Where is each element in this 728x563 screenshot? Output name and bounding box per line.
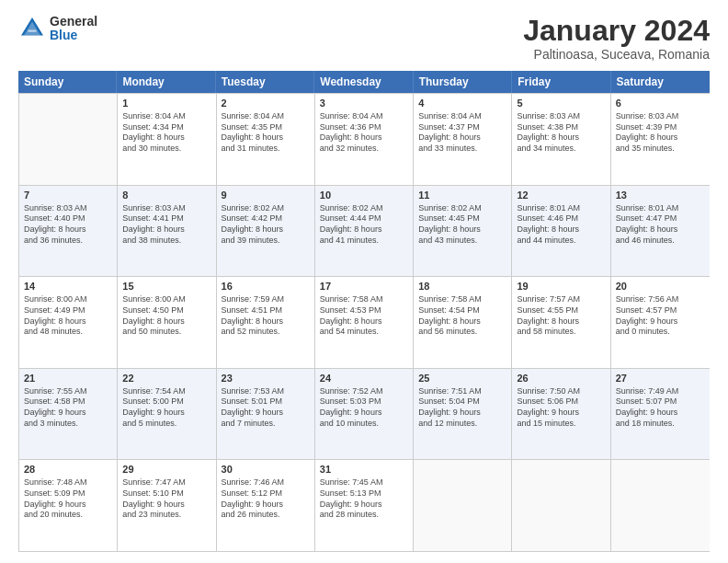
calendar-row-1: 7Sunrise: 8:03 AMSunset: 4:40 PMDaylight… (19, 185, 710, 277)
calendar-row-0: 1Sunrise: 8:04 AMSunset: 4:34 PMDaylight… (19, 93, 710, 185)
cell-info-line: Daylight: 8 hours (616, 132, 705, 144)
weekday-header-saturday: Saturday (611, 71, 710, 93)
cell-info-line: and 46 minutes. (616, 236, 705, 247)
cell-info-line: and 23 minutes. (122, 510, 210, 521)
cal-cell-1-5: 12Sunrise: 8:01 AMSunset: 4:46 PMDayligh… (512, 186, 610, 277)
cell-info-line: Sunrise: 7:57 AM (517, 294, 605, 305)
cell-info-line: Sunrise: 7:46 AM (222, 477, 310, 488)
day-number: 11 (418, 189, 506, 202)
day-number: 26 (517, 372, 605, 385)
cell-info-line: and 15 minutes. (517, 419, 605, 430)
cell-info-line: Sunrise: 8:02 AM (418, 203, 506, 214)
cal-cell-1-6: 13Sunrise: 8:01 AMSunset: 4:47 PMDayligh… (611, 186, 710, 277)
cell-info-line: Sunrise: 8:02 AM (320, 203, 408, 214)
cell-info-line: Sunset: 5:12 PM (222, 488, 310, 500)
cell-info-line: and 30 minutes. (122, 144, 210, 155)
cal-cell-4-1: 29Sunrise: 7:47 AMSunset: 5:10 PMDayligh… (118, 460, 216, 551)
cal-cell-4-0: 28Sunrise: 7:48 AMSunset: 5:09 PMDayligh… (19, 460, 118, 551)
cell-info-line: Daylight: 9 hours (517, 408, 605, 419)
cell-info-line: Sunset: 4:40 PM (24, 213, 112, 224)
cell-info-line: and 56 minutes. (418, 327, 506, 338)
weekday-header-thursday: Thursday (414, 71, 512, 93)
cell-info-line: Sunset: 4:57 PM (616, 305, 705, 316)
day-number: 31 (320, 463, 408, 477)
cal-cell-1-4: 11Sunrise: 8:02 AMSunset: 4:45 PMDayligh… (414, 186, 512, 277)
cal-cell-0-1: 1Sunrise: 8:04 AMSunset: 4:34 PMDaylight… (118, 94, 216, 185)
cell-info-line: Daylight: 8 hours (517, 224, 605, 236)
cell-info-line: Sunset: 5:06 PM (517, 396, 605, 408)
cell-info-line: and 38 minutes. (122, 236, 210, 247)
cell-info-line: Sunset: 4:35 PM (222, 122, 310, 133)
day-number: 20 (616, 280, 705, 293)
cell-info-line: Sunrise: 8:01 AM (616, 203, 705, 214)
calendar-row-3: 21Sunrise: 7:55 AMSunset: 4:58 PMDayligh… (19, 368, 710, 460)
logo-blue-text: Blue (50, 29, 97, 42)
cal-cell-3-1: 22Sunrise: 7:54 AMSunset: 5:00 PMDayligh… (118, 369, 216, 460)
logo-text: General Blue (50, 15, 97, 43)
cell-info-line: Daylight: 9 hours (122, 408, 210, 419)
cell-info-line: and 39 minutes. (222, 236, 310, 247)
cell-info-line: Daylight: 9 hours (616, 408, 705, 419)
cell-info-line: Sunrise: 8:04 AM (418, 111, 506, 122)
cell-info-line: Sunset: 5:01 PM (222, 396, 310, 408)
cell-info-line: Daylight: 8 hours (320, 132, 408, 144)
cell-info-line: Daylight: 8 hours (122, 316, 210, 327)
day-number: 21 (24, 372, 112, 385)
cell-info-line: Daylight: 8 hours (24, 224, 112, 236)
cell-info-line: and 50 minutes. (122, 327, 210, 338)
cell-info-line: Daylight: 9 hours (122, 500, 210, 511)
day-number: 4 (418, 97, 506, 110)
cell-info-line: Daylight: 9 hours (418, 408, 506, 419)
day-number: 2 (222, 97, 310, 110)
cal-cell-1-1: 8Sunrise: 8:03 AMSunset: 4:41 PMDaylight… (118, 186, 216, 277)
cell-info-line: Daylight: 9 hours (24, 500, 112, 511)
cell-info-line: and 10 minutes. (320, 419, 408, 430)
cell-info-line: Daylight: 8 hours (122, 224, 210, 236)
day-number: 27 (616, 372, 705, 385)
cell-info-line: and 12 minutes. (418, 419, 506, 430)
cell-info-line: and 41 minutes. (320, 236, 408, 247)
cal-cell-1-0: 7Sunrise: 8:03 AMSunset: 4:40 PMDaylight… (19, 186, 118, 277)
cell-info-line: Sunset: 4:58 PM (24, 396, 112, 408)
cell-info-line: and 58 minutes. (517, 327, 605, 338)
cell-info-line: and 33 minutes. (418, 144, 506, 155)
cell-info-line: Sunset: 4:49 PM (24, 305, 112, 316)
cell-info-line: and 35 minutes. (616, 144, 705, 155)
cal-cell-2-6: 20Sunrise: 7:56 AMSunset: 4:57 PMDayligh… (611, 277, 710, 368)
cal-cell-4-6 (611, 460, 710, 551)
cell-info-line: and 5 minutes. (122, 419, 210, 430)
day-number: 16 (222, 280, 310, 293)
cell-info-line: Daylight: 8 hours (320, 224, 408, 236)
cell-info-line: Daylight: 8 hours (320, 316, 408, 327)
cal-cell-0-5: 5Sunrise: 8:03 AMSunset: 4:38 PMDaylight… (512, 94, 610, 185)
cell-info-line: Sunset: 5:13 PM (320, 488, 408, 500)
cell-info-line: Sunset: 4:50 PM (122, 305, 210, 316)
cal-cell-3-4: 25Sunrise: 7:51 AMSunset: 5:04 PMDayligh… (414, 369, 512, 460)
cell-info-line: Sunset: 4:55 PM (517, 305, 605, 316)
cell-info-line: and 0 minutes. (616, 327, 705, 338)
svg-rect-2 (28, 30, 37, 32)
cell-info-line: Sunrise: 8:00 AM (24, 294, 112, 305)
cell-info-line: Daylight: 8 hours (24, 316, 112, 327)
cell-info-line: and 7 minutes. (222, 419, 310, 430)
day-number: 13 (616, 189, 705, 202)
cell-info-line: Daylight: 8 hours (517, 132, 605, 144)
weekday-header-wednesday: Wednesday (314, 71, 413, 93)
cell-info-line: Sunset: 5:09 PM (24, 488, 112, 500)
cal-cell-3-0: 21Sunrise: 7:55 AMSunset: 4:58 PMDayligh… (19, 369, 118, 460)
cal-cell-4-2: 30Sunrise: 7:46 AMSunset: 5:12 PMDayligh… (217, 460, 315, 551)
cell-info-line: and 54 minutes. (320, 327, 408, 338)
cell-info-line: Sunrise: 7:56 AM (616, 294, 705, 305)
cal-cell-3-3: 24Sunrise: 7:52 AMSunset: 5:03 PMDayligh… (315, 369, 414, 460)
weekday-header-sunday: Sunday (18, 71, 117, 93)
title-block: January 2024 Paltinoasa, Suceava, Romani… (523, 15, 710, 62)
cell-info-line: Sunset: 5:03 PM (320, 396, 408, 408)
cell-info-line: Sunrise: 8:03 AM (616, 111, 705, 122)
cell-info-line: and 28 minutes. (320, 510, 408, 521)
cal-cell-0-4: 4Sunrise: 8:04 AMSunset: 4:37 PMDaylight… (414, 94, 512, 185)
cell-info-line: Daylight: 8 hours (222, 316, 310, 327)
cell-info-line: and 32 minutes. (320, 144, 408, 155)
cell-info-line: Sunrise: 7:59 AM (222, 294, 310, 305)
weekday-header-tuesday: Tuesday (216, 71, 314, 93)
cell-info-line: Sunrise: 8:02 AM (222, 203, 310, 214)
